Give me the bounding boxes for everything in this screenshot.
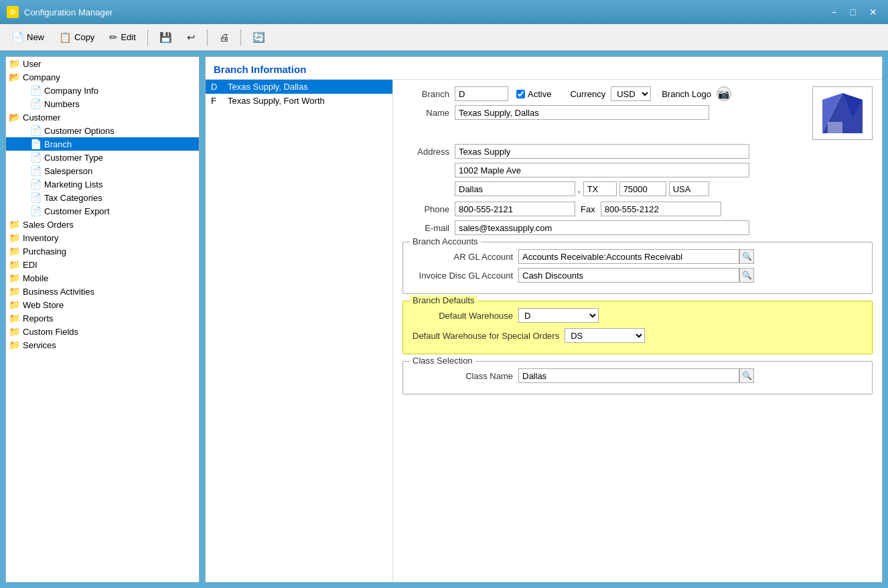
tree-item-icon-mobile: 📁 bbox=[9, 273, 20, 283]
branch-and-form: Branch Information DTexas Supply, Dallas… bbox=[205, 56, 883, 583]
tree-item-label-marketing-lists: Marketing Lists bbox=[44, 179, 102, 190]
toolbar-separator-3 bbox=[240, 29, 241, 46]
tree-item-customer-export[interactable]: 📄Customer Export bbox=[6, 204, 199, 218]
branch-defaults-group: Branch Defaults Default Warehouse D Defa… bbox=[402, 301, 873, 354]
class-name-input[interactable] bbox=[518, 368, 739, 383]
address1-input[interactable] bbox=[455, 144, 749, 159]
invoice-disc-input[interactable] bbox=[518, 268, 739, 283]
branch-defaults-legend: Branch Defaults bbox=[410, 295, 477, 305]
fax-label: Fax bbox=[581, 204, 595, 214]
window-title: Configuration Manager bbox=[24, 7, 827, 17]
fax-input[interactable] bbox=[601, 202, 721, 216]
save-button[interactable]: 💾 bbox=[153, 28, 178, 47]
branch-code-input[interactable] bbox=[455, 86, 508, 101]
ar-gl-search-button[interactable]: 🔍 bbox=[739, 249, 754, 264]
active-label: Active bbox=[528, 89, 551, 99]
tree-item-icon-web-store: 📁 bbox=[9, 299, 20, 310]
copy-icon: 📋 bbox=[59, 31, 72, 44]
new-button[interactable]: 📄 New bbox=[5, 28, 50, 47]
tree-item-numbers[interactable]: 📄Numbers bbox=[6, 97, 199, 111]
currency-select[interactable]: USD bbox=[611, 86, 651, 101]
tree-item-tax-categories[interactable]: 📄Tax Categories bbox=[6, 191, 199, 204]
email-input[interactable] bbox=[455, 220, 749, 235]
tree-item-company[interactable]: 📂Company bbox=[6, 70, 199, 84]
tree-item-icon-company-info: 📄 bbox=[30, 85, 42, 96]
copy-label: Copy bbox=[74, 32, 94, 42]
default-warehouse-special-select[interactable]: DS bbox=[565, 328, 645, 343]
tree-item-company-info[interactable]: 📄Company Info bbox=[6, 84, 199, 97]
window-controls: − □ ✕ bbox=[827, 6, 881, 18]
active-checkbox-wrap: Active bbox=[516, 89, 551, 99]
default-warehouse-select[interactable]: D bbox=[518, 308, 599, 323]
minimize-button[interactable]: − bbox=[827, 6, 840, 18]
tree-item-label-reports: Reports bbox=[23, 313, 54, 323]
tree-item-icon-tax-categories: 📄 bbox=[30, 192, 42, 203]
address-label: Address bbox=[402, 147, 449, 157]
tree-item-reports[interactable]: 📁Reports bbox=[6, 311, 199, 325]
branch-name-D: Texas Supply, Dallas bbox=[228, 82, 387, 92]
edit-icon: ✏ bbox=[109, 31, 118, 44]
tree-item-marketing-lists[interactable]: 📄Marketing Lists bbox=[6, 177, 199, 191]
copy-button[interactable]: 📋 Copy bbox=[53, 28, 100, 47]
invoice-disc-label: Invoice Disc GL Account bbox=[413, 271, 513, 281]
country-input[interactable] bbox=[669, 181, 709, 196]
branch-logo-button[interactable]: 📷 bbox=[717, 86, 731, 101]
tree-item-sales-orders[interactable]: 📁Sales Orders bbox=[6, 218, 199, 231]
branch-logo-box bbox=[812, 86, 873, 140]
tree-item-web-store[interactable]: 📁Web Store bbox=[6, 298, 199, 311]
name-input[interactable] bbox=[455, 105, 709, 120]
print-icon: 🖨 bbox=[219, 31, 229, 43]
state-input[interactable] bbox=[583, 181, 617, 196]
email-label: E-mail bbox=[402, 223, 449, 233]
branch-content: DTexas Supply, DallasFTexas Supply, Fort… bbox=[206, 80, 882, 582]
close-button[interactable]: ✕ bbox=[865, 6, 881, 18]
tree-item-user[interactable]: 📁User bbox=[6, 57, 199, 70]
tree-item-edi[interactable]: 📁EDI bbox=[6, 258, 199, 271]
tree-item-purchasing[interactable]: 📁Purchasing bbox=[6, 244, 199, 258]
restore-button[interactable]: □ bbox=[846, 6, 860, 18]
city-input[interactable] bbox=[455, 181, 575, 196]
toolbar-separator-1 bbox=[147, 29, 148, 46]
tree-item-label-edi: EDI bbox=[23, 260, 38, 270]
tree-item-icon-customer-type: 📄 bbox=[30, 152, 42, 163]
ar-gl-input[interactable] bbox=[518, 249, 739, 264]
tree-item-customer-options[interactable]: 📄Customer Options bbox=[6, 124, 199, 137]
class-name-search-button[interactable]: 🔍 bbox=[739, 368, 754, 383]
branch-accounts-group: Branch Accounts AR GL Account 🔍 Invoice … bbox=[402, 242, 873, 294]
edit-button[interactable]: ✏ Edit bbox=[103, 28, 141, 47]
save-icon: 💾 bbox=[159, 31, 172, 44]
comma-sep: , bbox=[578, 184, 581, 194]
tree-item-label-mobile: Mobile bbox=[23, 273, 48, 283]
branch-list-item-F[interactable]: FTexas Supply, Fort Worth bbox=[206, 94, 392, 108]
refresh-button[interactable]: 🔄 bbox=[246, 28, 271, 47]
new-label: New bbox=[27, 32, 44, 42]
address2-input[interactable] bbox=[455, 163, 749, 177]
tree-item-icon-user: 📁 bbox=[9, 58, 20, 69]
refresh-icon: 🔄 bbox=[252, 31, 265, 44]
tree-item-label-customer-export: Customer Export bbox=[44, 206, 110, 216]
zip-input[interactable] bbox=[619, 181, 666, 196]
tree-item-icon-inventory: 📁 bbox=[9, 232, 20, 243]
tree-item-mobile[interactable]: 📁Mobile bbox=[6, 271, 199, 285]
tree-item-customer-type[interactable]: 📄Customer Type bbox=[6, 151, 199, 164]
tree-item-salesperson[interactable]: 📄Salesperson bbox=[6, 164, 199, 177]
edit-label: Edit bbox=[121, 32, 135, 42]
tree-item-icon-edi: 📁 bbox=[9, 259, 20, 270]
default-warehouse-special-label: Default Warehouse for Special Orders bbox=[413, 331, 559, 341]
tree-item-inventory[interactable]: 📁Inventory bbox=[6, 231, 199, 244]
invoice-disc-search-button[interactable]: 🔍 bbox=[739, 268, 754, 283]
tree-item-icon-company: 📂 bbox=[9, 72, 20, 82]
branch-code-D: D bbox=[211, 82, 228, 92]
tree-item-services[interactable]: 📁Services bbox=[6, 338, 199, 352]
tree-item-label-web-store: Web Store bbox=[23, 300, 64, 310]
tree-item-business-activities[interactable]: 📁Business Activities bbox=[6, 285, 199, 298]
tree-item-branch[interactable]: 📄Branch bbox=[6, 137, 199, 151]
phone-input[interactable] bbox=[455, 202, 575, 216]
print-button[interactable]: 🖨 bbox=[213, 28, 235, 46]
tree-item-custom-fields[interactable]: 📁Custom Fields bbox=[6, 325, 199, 338]
tree-item-customer[interactable]: 📂Customer bbox=[6, 111, 199, 124]
active-checkbox[interactable] bbox=[516, 90, 525, 98]
branch-list-item-D[interactable]: DTexas Supply, Dallas bbox=[206, 80, 392, 94]
currency-label: Currency bbox=[570, 89, 605, 99]
undo-button[interactable]: ↩ bbox=[181, 28, 202, 47]
